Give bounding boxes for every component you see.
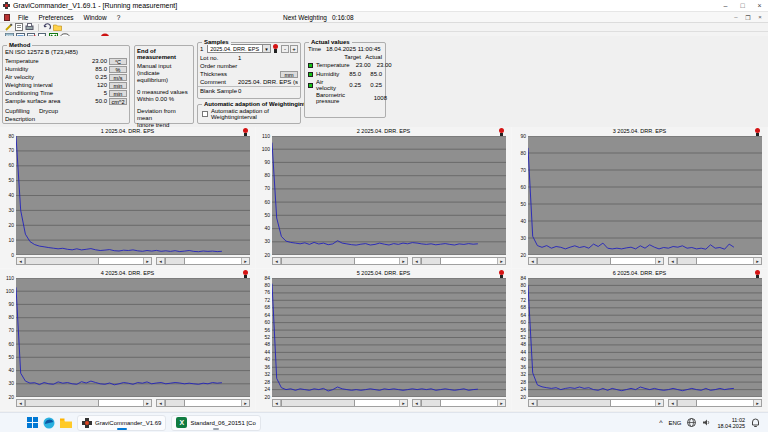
scrollbar-thumb[interactable] <box>537 258 611 264</box>
y-axis-tick-label: 80 <box>513 151 526 156</box>
scrollbar-thumb[interactable] <box>165 258 185 264</box>
scrollbar-track[interactable] <box>611 400 655 406</box>
scroll-right-icon[interactable]: ▸ <box>143 258 151 264</box>
maximize-button[interactable]: □ <box>734 0 751 11</box>
scrollbar-track[interactable] <box>441 400 497 406</box>
scrollbar-track[interactable] <box>697 400 753 406</box>
chart-pan-scrollbar[interactable]: ◂▸ <box>156 399 250 407</box>
start-button-icon[interactable] <box>26 417 38 429</box>
notes-icon[interactable] <box>15 23 23 31</box>
sample-select[interactable]: 2025.04. DRR. EPS <box>207 44 263 53</box>
scrollbar-track[interactable] <box>355 400 399 406</box>
scroll-right-icon[interactable]: ▸ <box>655 400 663 406</box>
scrollbar-track[interactable] <box>185 400 241 406</box>
mdi-document-icon[interactable] <box>4 14 10 21</box>
edge-browser-icon[interactable] <box>43 417 55 429</box>
sample-minus-button[interactable]: - <box>281 45 289 53</box>
scroll-right-icon[interactable]: ▸ <box>497 258 505 264</box>
scroll-right-icon[interactable]: ▸ <box>497 400 505 406</box>
speaker-icon[interactable] <box>702 418 711 427</box>
scroll-right-icon[interactable]: ▸ <box>655 258 663 264</box>
scrollbar-thumb[interactable] <box>421 400 441 406</box>
menu-item-file[interactable]: File <box>13 14 33 21</box>
scroll-right-icon[interactable]: ▸ <box>143 400 151 406</box>
scroll-left-icon[interactable]: ◂ <box>413 400 421 406</box>
tray-language[interactable]: ENG <box>668 420 681 426</box>
y-axis-tick-label: 56 <box>257 328 270 333</box>
scroll-left-icon[interactable]: ◂ <box>529 258 537 264</box>
child-restore-button[interactable]: ❐ <box>742 12 754 22</box>
edit-pencil-icon[interactable] <box>5 23 13 31</box>
scroll-left-icon[interactable]: ◂ <box>669 258 677 264</box>
menu-item-preferences[interactable]: Preferences <box>33 14 78 21</box>
scrollbar-track[interactable] <box>99 400 143 406</box>
scrollbar-track[interactable] <box>355 258 399 264</box>
taskbar-app-gravicommander[interactable]: GraviCommander_V1.69 <box>77 415 166 431</box>
scroll-left-icon[interactable]: ◂ <box>17 258 25 264</box>
scrollbar-thumb[interactable] <box>25 400 99 406</box>
scroll-left-icon[interactable]: ◂ <box>529 400 537 406</box>
minimize-button[interactable]: – <box>717 0 734 11</box>
scrollbar-track[interactable] <box>441 258 497 264</box>
chart-zoom-scrollbar[interactable]: ◂▸ <box>272 257 408 265</box>
scroll-right-icon[interactable]: ▸ <box>241 258 249 264</box>
close-button[interactable]: × <box>751 0 768 11</box>
undo-icon[interactable] <box>43 23 51 31</box>
scroll-left-icon[interactable]: ◂ <box>157 400 165 406</box>
chart-pan-scrollbar[interactable]: ◂▸ <box>412 257 506 265</box>
scrollbar-thumb[interactable] <box>677 400 697 406</box>
scrollbar-track[interactable] <box>697 258 753 264</box>
notification-bell-icon[interactable] <box>751 418 760 428</box>
scroll-left-icon[interactable]: ◂ <box>157 258 165 264</box>
scrollbar-thumb[interactable] <box>165 400 185 406</box>
auto-adaption-checkbox[interactable] <box>202 111 208 117</box>
scrollbar-thumb[interactable] <box>281 400 355 406</box>
samples-panel-title: Samples <box>202 39 231 45</box>
scroll-right-icon[interactable]: ▸ <box>399 400 407 406</box>
scrollbar-thumb[interactable] <box>25 258 99 264</box>
scroll-right-icon[interactable]: ▸ <box>753 400 761 406</box>
chart-zoom-scrollbar[interactable]: ◂▸ <box>16 399 152 407</box>
network-globe-icon[interactable] <box>687 418 696 427</box>
scroll-left-icon[interactable]: ◂ <box>413 258 421 264</box>
scroll-left-icon[interactable]: ◂ <box>669 400 677 406</box>
scroll-left-icon[interactable]: ◂ <box>17 400 25 406</box>
scrollbar-track[interactable] <box>185 258 241 264</box>
scroll-left-icon[interactable]: ◂ <box>273 400 281 406</box>
file-explorer-icon[interactable] <box>60 417 72 429</box>
child-close-button[interactable]: × <box>754 12 766 22</box>
clock[interactable]: 11:02 18.04.2025 <box>717 417 745 429</box>
sample-alarm-icon[interactable] <box>273 44 278 53</box>
menu-item-?[interactable]: ? <box>112 14 126 21</box>
chart-pan-scrollbar[interactable]: ◂▸ <box>668 257 762 265</box>
menu-item-window[interactable]: Window <box>79 14 112 21</box>
scrollbar-track[interactable] <box>611 258 655 264</box>
scrollbar-thumb[interactable] <box>421 258 441 264</box>
y-axis-tick-label: 20 <box>1 395 14 400</box>
y-axis-tick-label: 90 <box>513 134 526 139</box>
scrollbar-thumb[interactable] <box>537 400 611 406</box>
chart-zoom-scrollbar[interactable]: ◂▸ <box>272 399 408 407</box>
child-minimize-button[interactable]: – <box>730 12 742 22</box>
sample-plus-button[interactable]: + <box>290 45 298 53</box>
sample-select-dropdown-icon[interactable]: ▾ <box>263 44 271 53</box>
open-folder-icon[interactable] <box>53 23 62 31</box>
actual-values-panel: Actual values Time 18.04.2025 11:00:45 T… <box>304 42 386 118</box>
chart-zoom-scrollbar[interactable]: ◂▸ <box>528 257 664 265</box>
chart-zoom-scrollbar[interactable]: ◂▸ <box>16 257 152 265</box>
scroll-right-icon[interactable]: ▸ <box>399 258 407 264</box>
print-icon[interactable] <box>25 23 34 31</box>
chart-pan-scrollbar[interactable]: ◂▸ <box>412 399 506 407</box>
chart-pan-scrollbar[interactable]: ◂▸ <box>668 399 762 407</box>
tray-chevron-icon[interactable]: ^ <box>659 419 662 426</box>
scrollbar-thumb[interactable] <box>677 258 697 264</box>
description-label: Description <box>5 116 127 122</box>
chart-zoom-scrollbar[interactable]: ◂▸ <box>528 399 664 407</box>
scroll-right-icon[interactable]: ▸ <box>241 400 249 406</box>
scroll-left-icon[interactable]: ◂ <box>273 258 281 264</box>
taskbar-app-excel[interactable]: X Standard_06_20151 [Co <box>171 415 260 431</box>
scroll-right-icon[interactable]: ▸ <box>753 258 761 264</box>
scrollbar-thumb[interactable] <box>281 258 355 264</box>
chart-pan-scrollbar[interactable]: ◂▸ <box>156 257 250 265</box>
scrollbar-track[interactable] <box>99 258 143 264</box>
